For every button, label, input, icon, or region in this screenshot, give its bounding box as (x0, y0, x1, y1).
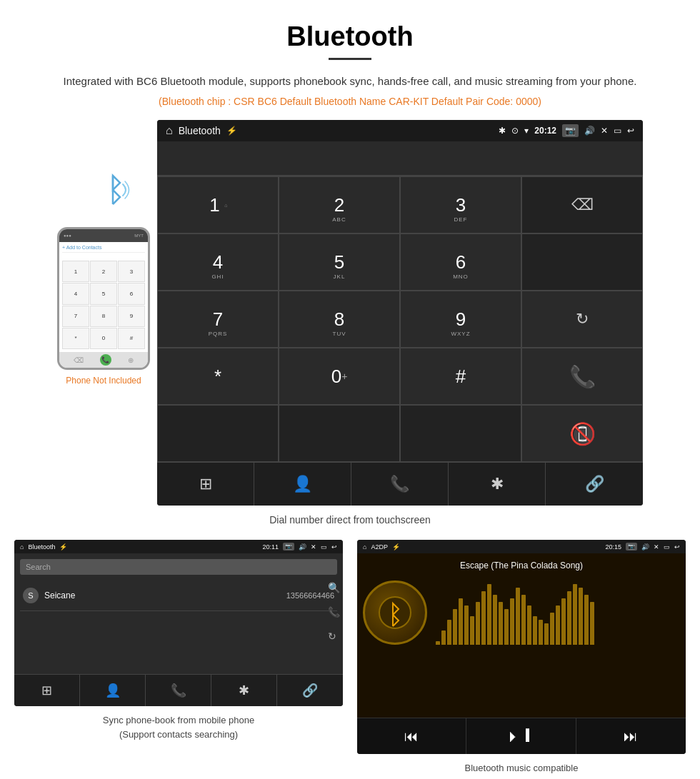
pb-cam-icon: 📷 (283, 543, 294, 551)
phone-key-3: 3 (118, 261, 145, 282)
music-note-icon (377, 595, 413, 630)
dial-key-6-sub: MNO (453, 273, 469, 280)
side-search-icon[interactable]: 🔍 (328, 582, 340, 593)
dial-key-2-sub: ABC (332, 216, 346, 223)
phone-key-hash: # (118, 328, 145, 349)
pb-action-contacts[interactable]: 👤 (80, 675, 146, 706)
pb-action-link[interactable]: 🔗 (277, 675, 343, 706)
page-description: Integrated with BC6 Bluetooth module, su… (0, 73, 700, 90)
side-reload-icon[interactable]: ↻ (328, 630, 340, 642)
music-song-title: Escape (The Pina Colada Song) (357, 553, 686, 575)
pb-action-grid[interactable]: ⊞ (14, 675, 80, 706)
bluetooth-status-icon: ✱ (499, 126, 506, 136)
dial-key-0[interactable]: 0+ (279, 348, 400, 405)
phone-key-7: 7 (62, 306, 89, 327)
location-icon: ⊙ (511, 126, 519, 136)
dial-call-green[interactable]: 📞 (521, 348, 643, 405)
phonebook-screen-wrap: ⌂ Bluetooth ⚡ 20:11 📷 🔊 ✕ ▭ ↩ Search S S… (14, 540, 343, 779)
phone-key-star: * (62, 328, 89, 349)
dial-key-6[interactable]: 6 MNO (400, 233, 521, 291)
pb-time: 20:11 (262, 543, 279, 551)
pb-vol-icon: 🔊 (299, 543, 306, 551)
dial-key-4-sub: GHI (211, 273, 224, 280)
dialpad-grid[interactable]: 1 ⌂ 2 ABC 3 DEF ⌫ 4 GHI 5 JKL 6 MNO 7 PQ… (157, 176, 643, 462)
dial-key-1-sub: ⌂ (224, 203, 228, 208)
dial-key-3[interactable]: 3 DEF (400, 176, 521, 233)
pb-close-icon: ✕ (311, 543, 316, 551)
action-phone-icon[interactable]: 📞 (351, 463, 449, 506)
phone-not-included-label: Phone Not Included (66, 376, 141, 386)
music-prev-button[interactable]: ⏮ (357, 718, 466, 754)
phone-bottom-bar: ⌫ 📞 ⊕ (59, 352, 148, 368)
dial-key-2[interactable]: 2 ABC (279, 176, 400, 233)
phone-mockup: ●●● MYT + Add to Contacts 1 2 3 4 5 6 7 … (57, 227, 150, 370)
pb-back-icon: ↩ (331, 543, 337, 551)
search-placeholder: Search (26, 563, 51, 571)
phonebook-content: Search S Seicane 13566664466 🔍 📞 ↻ (14, 553, 343, 674)
music-title: A2DP (371, 543, 388, 551)
pb-title: Bluetooth (28, 543, 55, 551)
action-grid-icon[interactable]: ⊞ (157, 463, 254, 506)
dial-key-hash[interactable]: # (400, 348, 521, 405)
music-screen-icon: ▭ (664, 543, 670, 551)
phone-screen: + Add to Contacts 1 2 3 4 5 6 7 8 9 * 0 … (59, 242, 148, 352)
signal-icon: ▾ (524, 126, 529, 136)
music-play-button[interactable]: ⏵❙ (466, 718, 576, 754)
phone-side: ●●● MYT + Add to Contacts 1 2 3 4 5 6 7 … (57, 163, 150, 386)
phonebook-status-bar: ⌂ Bluetooth ⚡ 20:11 📷 🔊 ✕ ▭ ↩ (14, 540, 343, 553)
phone-key-2: 2 (90, 261, 117, 282)
action-contacts-icon[interactable]: 👤 (254, 463, 351, 506)
bottom-action-bar: ⊞ 👤 📞 ✱ 🔗 (157, 462, 643, 506)
music-caption: Bluetooth music compatible(Support displ… (453, 761, 590, 779)
dial-key-9[interactable]: 9 WXYZ (400, 291, 521, 348)
car-display-title: Bluetooth (179, 125, 221, 136)
home-icon: ⌂ (166, 124, 173, 137)
dial-call-red[interactable]: 📵 (521, 405, 643, 462)
dial-key-7[interactable]: 7 PQRS (157, 291, 279, 348)
dial-reload[interactable]: ↻ (521, 291, 643, 348)
dial-empty-3 (279, 405, 400, 462)
phone-add-contact: + Add to Contacts (62, 245, 145, 253)
close-icon: ✕ (601, 126, 608, 136)
dial-empty-1 (521, 233, 643, 291)
bluetooth-icon-container (75, 163, 132, 220)
dial-key-8-sub: TUV (333, 331, 346, 337)
phonebook-caption: Sync phone-book from mobile phone(Suppor… (103, 713, 254, 741)
contact-number: 13566664466 (286, 591, 334, 600)
action-link-icon[interactable]: 🔗 (546, 463, 643, 506)
phone-key-0: 0 (90, 328, 117, 349)
dial-key-4[interactable]: 4 GHI (157, 233, 279, 291)
screen-icon: ▭ (614, 126, 621, 136)
dial-key-star[interactable]: * (157, 348, 279, 405)
signal-waves-icon (100, 170, 132, 214)
contact-name: Seicane (44, 590, 75, 600)
dial-key-7-sub: PQRS (209, 331, 228, 337)
side-phone-icon[interactable]: 📞 (328, 606, 340, 618)
search-bar[interactable]: Search (20, 559, 337, 575)
music-next-button[interactable]: ⏭ (576, 718, 686, 754)
dial-key-5[interactable]: 5 JKL (279, 233, 400, 291)
pb-usb-icon: ⚡ (59, 543, 67, 551)
car-time: 20:12 (534, 126, 556, 136)
phone-key-5: 5 (90, 283, 117, 304)
dial-backspace[interactable]: ⌫ (521, 176, 643, 233)
music-display: ⌂ A2DP ⚡ 20:15 📷 🔊 ✕ ▭ ↩ Escape (The Pin… (357, 540, 686, 754)
music-home-icon: ⌂ (363, 543, 366, 551)
pb-action-bluetooth[interactable]: ✱ (211, 675, 277, 706)
bottom-screenshots: ⌂ Bluetooth ⚡ 20:11 📷 🔊 ✕ ▭ ↩ Search S S… (7, 540, 693, 779)
dial-key-3-sub: DEF (454, 216, 468, 223)
car-status-bar: ⌂ Bluetooth ⚡ ✱ ⊙ ▾ 20:12 📷 🔊 ✕ ▭ ↩ (157, 120, 643, 141)
phone-number-display (62, 255, 145, 261)
dial-empty-2 (157, 405, 279, 462)
music-screen-wrap: ⌂ A2DP ⚡ 20:15 📷 🔊 ✕ ▭ ↩ Escape (The Pin… (357, 540, 686, 779)
pb-action-phone[interactable]: 📞 (146, 675, 211, 706)
phonebook-bottom-bar: ⊞ 👤 📞 ✱ 🔗 (14, 674, 343, 706)
dial-key-8[interactable]: 8 TUV (279, 291, 400, 348)
camera-icon: 📷 (562, 124, 579, 137)
music-controls: ⏮ ⏵❙ ⏭ (357, 718, 686, 754)
action-bluetooth-icon[interactable]: ✱ (449, 463, 546, 506)
music-cam-icon: 📷 (626, 543, 637, 551)
side-icon-bar: 🔍 📞 ↻ (328, 582, 340, 642)
contact-row: S Seicane 13566664466 (20, 581, 337, 611)
dial-key-1[interactable]: 1 ⌂ (157, 176, 279, 233)
